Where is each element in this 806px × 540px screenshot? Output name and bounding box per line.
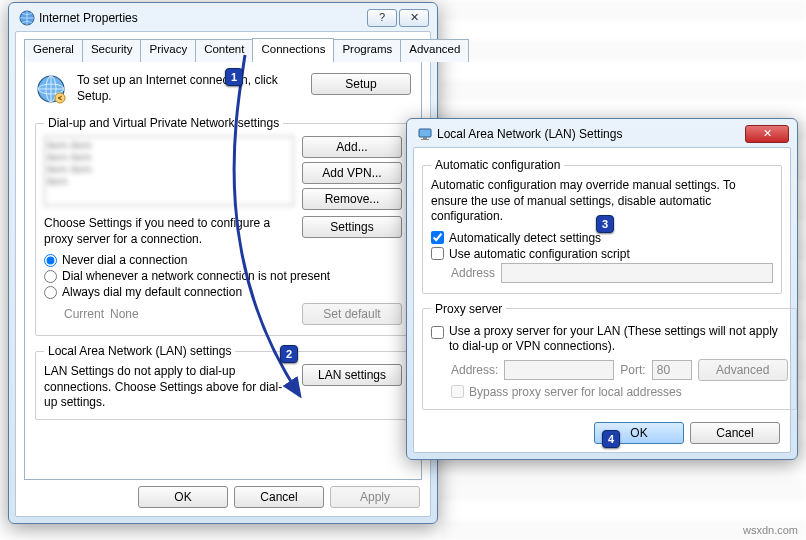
lan-settings-button[interactable]: LAN settings [302, 364, 402, 386]
settings-help-text: Choose Settings if you need to configure… [44, 216, 294, 247]
internet-properties-window: Internet Properties ? ✕ General Security… [8, 2, 438, 524]
use-proxy-checkbox[interactable]: Use a proxy server for your LAN (These s… [431, 324, 788, 355]
window-title: Internet Properties [39, 11, 138, 25]
set-default-button: Set default [302, 303, 402, 325]
radio-never-dial[interactable]: Never dial a connection [44, 253, 402, 267]
titlebar: Internet Properties ? ✕ [15, 9, 431, 31]
tab-general[interactable]: General [24, 39, 83, 62]
network-icon [417, 126, 433, 142]
lan-cancel-button[interactable]: Cancel [690, 422, 780, 444]
connections-panel: To set up an Internet connection, click … [24, 60, 422, 480]
proxy-address-label: Address: [451, 363, 498, 377]
step-badge-1: 1 [225, 68, 243, 86]
script-address-label: Address [451, 266, 495, 280]
proxy-legend: Proxy server [431, 302, 506, 316]
close-button[interactable]: ✕ [399, 9, 429, 27]
lan-legend: Local Area Network (LAN) settings [44, 344, 235, 358]
connection-settings-button[interactable]: Settings [302, 216, 402, 238]
svg-rect-7 [421, 139, 429, 140]
advanced-button: Advanced [698, 359, 788, 381]
script-address-input [501, 263, 773, 283]
lan-settings-window: Local Area Network (LAN) Settings ✕ Auto… [406, 118, 798, 460]
radio-always-dial[interactable]: Always dial my default connection [44, 285, 402, 299]
dialup-legend: Dial-up and Virtual Private Network sett… [44, 116, 283, 130]
add-button[interactable]: Add... [302, 136, 402, 158]
bypass-local-checkbox: Bypass proxy server for local addresses [431, 385, 788, 399]
internet-options-icon [19, 10, 35, 26]
tab-privacy[interactable]: Privacy [140, 39, 196, 62]
tab-advanced[interactable]: Advanced [400, 39, 469, 62]
proxy-address-input [504, 360, 614, 380]
dialup-group: Dial-up and Virtual Private Network sett… [35, 116, 411, 336]
lan-close-button[interactable]: ✕ [745, 125, 789, 143]
step-badge-4: 4 [602, 430, 620, 448]
help-button[interactable]: ? [367, 9, 397, 27]
auto-config-legend: Automatic configuration [431, 158, 564, 172]
connections-listbox[interactable]: item itemitem itemitem itemitem [44, 136, 294, 206]
use-script-checkbox[interactable]: Use automatic configuration script [431, 247, 773, 261]
lan-titlebar: Local Area Network (LAN) Settings ✕ [413, 125, 791, 147]
svg-rect-6 [423, 137, 427, 139]
step-badge-3: 3 [596, 215, 614, 233]
globe-icon [35, 73, 67, 108]
proxy-port-input [652, 360, 692, 380]
svg-rect-5 [419, 129, 431, 137]
remove-button[interactable]: Remove... [302, 188, 402, 210]
watermark: wsxdn.com [743, 524, 798, 536]
lan-help-text: LAN Settings do not apply to dial-up con… [44, 364, 294, 411]
proxy-group: Proxy server Use a proxy server for your… [422, 302, 797, 410]
step-badge-2: 2 [280, 345, 298, 363]
tab-content[interactable]: Content [195, 39, 253, 62]
radio-dial-when[interactable]: Dial whenever a network connection is no… [44, 269, 402, 283]
cancel-button[interactable]: Cancel [234, 486, 324, 508]
tab-security[interactable]: Security [82, 39, 142, 62]
lan-window-title: Local Area Network (LAN) Settings [437, 127, 622, 141]
tab-programs[interactable]: Programs [333, 39, 401, 62]
tab-connections[interactable]: Connections [252, 38, 334, 61]
ok-button[interactable]: OK [138, 486, 228, 508]
current-value: None [110, 307, 296, 321]
apply-button: Apply [330, 486, 420, 508]
setup-button[interactable]: Setup [311, 73, 411, 95]
proxy-port-label: Port: [620, 363, 645, 377]
add-vpn-button[interactable]: Add VPN... [302, 162, 402, 184]
setup-help-text: To set up an Internet connection, click … [77, 73, 301, 104]
current-label: Current [44, 307, 104, 321]
lan-group: Local Area Network (LAN) settings LAN Se… [35, 344, 411, 420]
